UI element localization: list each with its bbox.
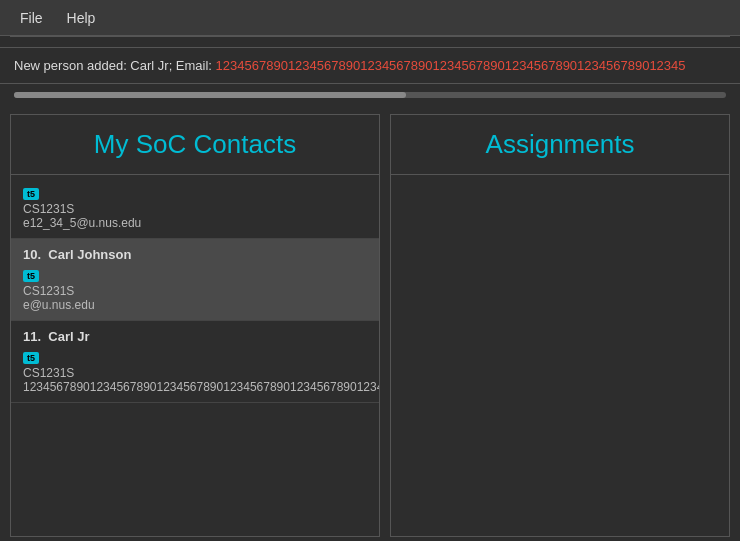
progress-bar-fill <box>14 92 406 98</box>
list-item[interactable]: 10. Carl Johnson t5 CS1231S e@u.nus.edu <box>11 239 379 321</box>
notification-value: 1234567890123456789012345678901234567890… <box>216 58 686 73</box>
contact-number: 10. Carl Johnson <box>23 247 367 262</box>
menubar: File Help <box>0 0 740 36</box>
main-content: My SoC Contacts t5 CS1231S e12_34_5@u.nu… <box>0 110 740 541</box>
contact-email: 1234567890123456789012345678901234567890… <box>23 380 367 394</box>
contact-email: e@u.nus.edu <box>23 298 367 312</box>
contacts-panel: My SoC Contacts t5 CS1231S e12_34_5@u.nu… <box>10 114 380 537</box>
contacts-panel-title: My SoC Contacts <box>11 115 379 175</box>
assignments-panel-title: Assignments <box>391 115 729 175</box>
top-divider <box>10 36 730 37</box>
contact-module: CS1231S <box>23 366 367 380</box>
menu-file[interactable]: File <box>8 6 55 30</box>
contact-module: CS1231S <box>23 202 367 216</box>
menu-help[interactable]: Help <box>55 6 108 30</box>
notification-prefix: New person added: Carl Jr; Email: <box>14 58 216 73</box>
list-item[interactable]: t5 CS1231S e12_34_5@u.nus.edu <box>11 175 379 239</box>
contact-email: e12_34_5@u.nus.edu <box>23 216 367 230</box>
contact-tag: t5 <box>23 188 39 200</box>
notification-text: New person added: Carl Jr; Email: 123456… <box>14 58 726 73</box>
contact-module: CS1231S <box>23 284 367 298</box>
assignments-panel: Assignments <box>390 114 730 537</box>
progress-area <box>0 84 740 106</box>
contact-list[interactable]: t5 CS1231S e12_34_5@u.nus.edu 10. Carl J… <box>11 175 379 536</box>
notification-bar: New person added: Carl Jr; Email: 123456… <box>0 47 740 84</box>
progress-bar-background <box>14 92 726 98</box>
contact-tag: t5 <box>23 270 39 282</box>
list-item[interactable]: 11. Carl Jr t5 CS1231S 12345678901234567… <box>11 321 379 403</box>
contact-tag: t5 <box>23 352 39 364</box>
contact-number: 11. Carl Jr <box>23 329 367 344</box>
